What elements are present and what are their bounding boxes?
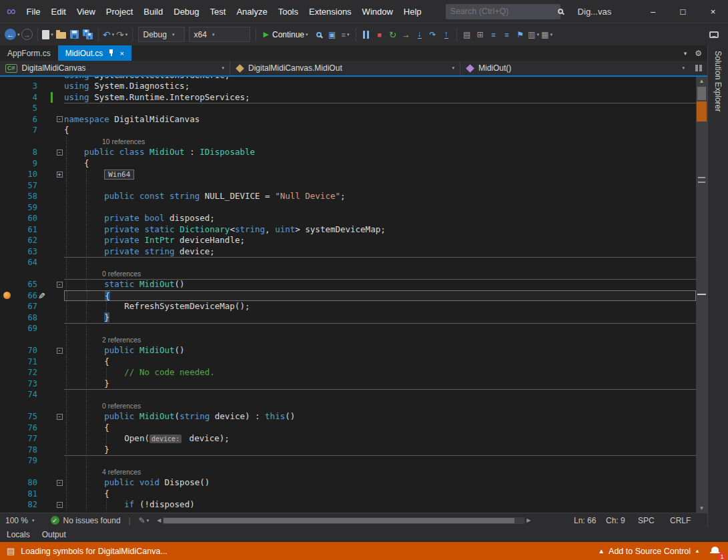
toggle-bookmark-button[interactable]: ⚑	[514, 27, 526, 43]
expand-region-icon[interactable]: +	[57, 172, 63, 178]
scroll-up-arrow-icon[interactable]: ▲	[696, 78, 707, 84]
scroll-right-arrow-icon[interactable]: ▶	[526, 517, 530, 523]
document-list-chevron-icon[interactable]: ▾	[684, 50, 687, 57]
save-button[interactable]	[69, 27, 81, 43]
breakpoint-margin[interactable]	[0, 191, 16, 202]
code-line[interactable]: 82- if (!disposed)	[0, 499, 696, 511]
menu-extensions[interactable]: Extensions	[304, 0, 357, 23]
solution-platform-dropdown[interactable]: x64▾	[189, 27, 250, 42]
maximize-button[interactable]: □	[668, 0, 698, 23]
breakpoint-margin[interactable]	[0, 169, 16, 180]
code-line[interactable]: 7{	[0, 125, 696, 136]
breakpoint-margin[interactable]	[0, 235, 16, 246]
breakpoint-margin[interactable]	[0, 323, 16, 334]
breakpoint-margin[interactable]	[0, 213, 16, 224]
close-button[interactable]: ×	[698, 0, 728, 23]
breakpoint-margin[interactable]	[0, 290, 16, 302]
breakpoint-margin[interactable]	[0, 125, 16, 136]
undo-button[interactable]: ↶▾	[103, 27, 115, 43]
code-line[interactable]: 66 {✎	[0, 290, 696, 302]
horizontal-scrollbar[interactable]: ◀ ▶	[157, 517, 530, 524]
collapse-region-icon[interactable]: -	[57, 116, 63, 122]
code-line[interactable]: 63 private string device;	[0, 246, 696, 258]
breakpoint-margin[interactable]	[0, 467, 16, 478]
breakpoint-margin[interactable]	[0, 477, 16, 489]
collapse-region-icon[interactable]: -	[57, 150, 63, 156]
decrease-indent-button[interactable]: ≡	[488, 27, 500, 43]
collapse-region-icon[interactable]: -	[57, 502, 63, 508]
step-out-button[interactable]: ↑	[440, 27, 452, 43]
tab-midiout-cs[interactable]: MidiOut.cs ×	[58, 45, 131, 61]
code-line[interactable]: 81 {	[0, 489, 696, 500]
health-check-icon[interactable]: ✓	[51, 516, 59, 525]
background-tasks-icon[interactable]: ▤	[7, 546, 15, 556]
fold-margin[interactable]: -	[55, 279, 64, 290]
find-in-files-button[interactable]	[313, 27, 325, 43]
breakpoint-margin[interactable]	[0, 455, 16, 467]
minimize-button[interactable]: –	[638, 0, 668, 23]
bookmark-options-button[interactable]: ▥▾	[528, 27, 540, 43]
increase-indent-button[interactable]: ≡	[501, 27, 513, 43]
menu-project[interactable]: Project	[101, 0, 138, 23]
zoom-dropdown[interactable]: 100 % ▾	[5, 516, 35, 525]
breakpoint-margin[interactable]	[0, 158, 16, 170]
breakpoint-margin[interactable]	[0, 279, 16, 290]
code-line[interactable]: 6-namespace DigitalMidiCanvas	[0, 114, 696, 125]
menu-tools[interactable]: Tools	[273, 0, 304, 23]
codelens-references-link[interactable]: 4 references	[102, 468, 141, 476]
code-line[interactable]: 5	[0, 103, 696, 114]
source-control-caret-icon[interactable]: ▲	[695, 548, 700, 554]
codelens-row[interactable]: 4 references	[0, 467, 696, 478]
breakpoint-margin[interactable]	[0, 445, 16, 456]
save-all-button[interactable]	[82, 27, 94, 43]
breakpoint-margin[interactable]	[0, 499, 16, 511]
split-window-button[interactable]	[690, 61, 707, 75]
scroll-left-arrow-icon[interactable]: ◀	[157, 517, 161, 523]
collapse-region-icon[interactable]: -	[57, 480, 63, 486]
menu-edit[interactable]: Edit	[46, 0, 71, 23]
fold-margin[interactable]: -	[55, 477, 64, 489]
codelens-references-link[interactable]: 10 references	[102, 137, 145, 146]
open-file-button[interactable]	[55, 27, 67, 43]
tab-options-gear-icon[interactable]: ⚙	[695, 49, 702, 58]
code-line[interactable]: 8- public class MidiOut : IDisposable	[0, 147, 696, 158]
code-line[interactable]: 76 {	[0, 423, 696, 434]
breakpoint-margin[interactable]	[0, 257, 16, 268]
code-line[interactable]: 79	[0, 455, 696, 467]
breakpoint-margin[interactable]	[0, 489, 16, 500]
show-next-statement-button[interactable]: →	[400, 27, 412, 43]
codelens-row[interactable]: 0 references	[0, 268, 696, 280]
quick-search-box[interactable]	[446, 4, 561, 19]
breakpoint-margin[interactable]	[0, 356, 16, 368]
code-line[interactable]: 68 }	[0, 312, 696, 324]
collapse-region-icon[interactable]: -	[57, 414, 63, 420]
code-line[interactable]: 71 {	[0, 356, 696, 368]
fold-margin[interactable]: +	[55, 169, 64, 180]
codelens-references-link[interactable]: 0 references	[102, 270, 141, 278]
code-line[interactable]: 57	[0, 180, 696, 192]
breakpoint-margin[interactable]	[0, 147, 16, 158]
code-line[interactable]: 58 public const string NULL_DEVICE = "Nu…	[0, 191, 696, 202]
task-list-button[interactable]: ▦▾	[541, 27, 553, 43]
project-dropdown[interactable]: C# DigitalMidiCanvas ▾	[0, 61, 230, 75]
code-line[interactable]: 73 }	[0, 378, 696, 390]
scroll-down-arrow-icon[interactable]: ▼	[696, 505, 707, 511]
code-line[interactable]: 72 // No code needed.	[0, 367, 696, 378]
breakpoint-margin[interactable]	[0, 136, 16, 148]
restart-button[interactable]: ↻	[387, 27, 399, 43]
vertical-scrollbar[interactable]: ▲ ▼	[696, 77, 707, 513]
breakpoint-margin[interactable]	[0, 81, 16, 92]
code-line[interactable]: 10+ Win64	[0, 169, 696, 180]
breakpoint-margin[interactable]	[0, 246, 16, 258]
hscroll-track[interactable]	[163, 517, 524, 524]
pin-icon[interactable]	[109, 49, 114, 57]
continue-button[interactable]: ▶ Continue ▾	[260, 30, 312, 39]
breakpoint-margin[interactable]	[0, 92, 16, 103]
menu-build[interactable]: Build	[138, 0, 168, 23]
search-input[interactable]	[450, 7, 558, 16]
breakpoint-margin[interactable]	[0, 334, 16, 346]
menu-test[interactable]: Test	[205, 0, 232, 23]
preview-window-button[interactable]: ▣	[326, 27, 338, 43]
breakpoint-margin[interactable]	[0, 114, 16, 125]
code-line[interactable]: 74	[0, 389, 696, 400]
